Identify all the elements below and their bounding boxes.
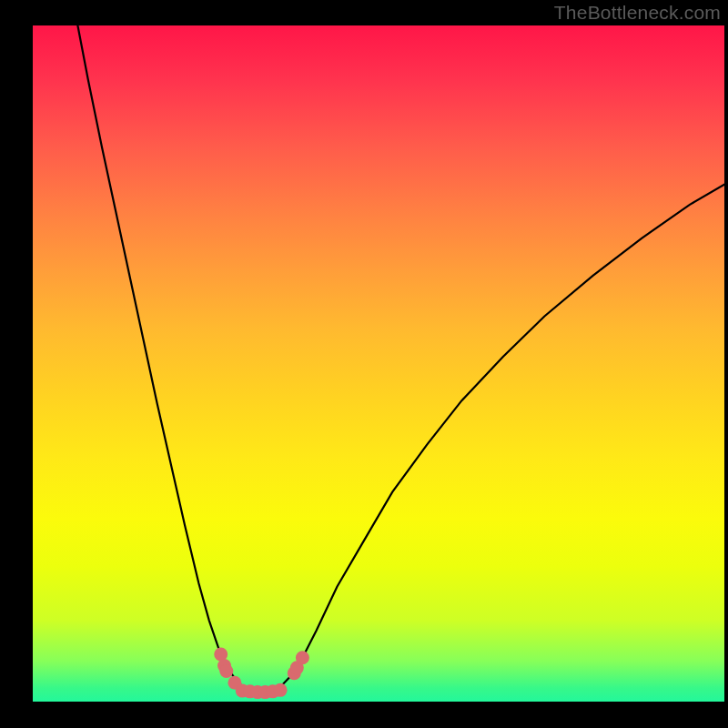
watermark-text: TheBottleneck.com <box>554 2 721 24</box>
chart-data-point <box>274 683 288 697</box>
x-axis-area <box>33 703 724 728</box>
chart-plot-area <box>33 25 724 702</box>
chart-data-point <box>214 647 228 661</box>
chart-data-point <box>219 664 233 678</box>
chart-dots <box>214 647 309 699</box>
chart-data-point <box>296 651 309 664</box>
chart-curve <box>77 25 724 693</box>
chart-svg <box>33 25 724 702</box>
y-axis-area <box>0 25 33 702</box>
